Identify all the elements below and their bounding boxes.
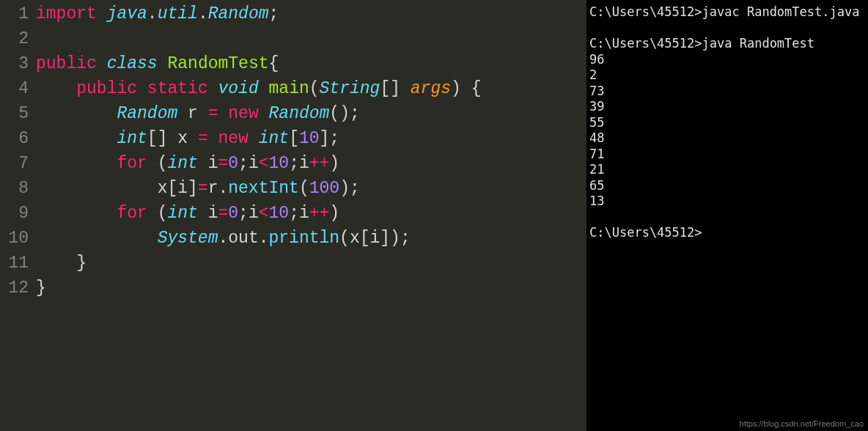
terminal-line: [589, 210, 865, 226]
code-token: =: [218, 204, 228, 223]
line-number: 7: [0, 151, 29, 176]
code-token: ++: [309, 154, 330, 173]
code-token: {: [269, 54, 279, 73]
code-token: [36, 129, 117, 148]
code-token: [208, 79, 218, 98]
code-line[interactable]: [36, 26, 481, 51]
code-token: [36, 154, 117, 173]
code-token: 10: [269, 154, 290, 173]
code-line[interactable]: }: [36, 276, 481, 301]
code-token: new: [218, 129, 248, 148]
terminal-output[interactable]: C:\Users\45512>javac RandomTest.java C:\…: [586, 0, 868, 431]
terminal-line: 71: [589, 147, 865, 163]
code-token: ];: [320, 129, 340, 148]
code-line[interactable]: int[] x = new int[10];: [36, 126, 481, 151]
code-token: <: [259, 154, 269, 173]
code-token: );: [339, 179, 360, 198]
code-token: [] x: [147, 129, 198, 148]
code-token: ;i: [238, 154, 259, 173]
code-token: }: [36, 279, 46, 298]
code-token: [137, 79, 147, 98]
code-token: int: [167, 154, 197, 173]
code-token: <: [259, 204, 269, 223]
code-token: =: [198, 129, 208, 148]
code-token: [: [289, 129, 299, 148]
code-token: 0: [228, 204, 238, 223]
code-token: ;i: [289, 204, 309, 223]
code-token: (: [309, 79, 320, 98]
line-number-gutter: 123456789101112: [0, 0, 36, 431]
terminal-line: 2: [589, 67, 865, 84]
code-token: Random: [269, 104, 330, 123]
code-token: ++: [309, 204, 330, 223]
code-token: new: [228, 104, 258, 123]
code-token: ) {: [451, 79, 481, 98]
code-token: r.: [208, 179, 229, 198]
code-line[interactable]: public static void main(String[] args) {: [36, 76, 481, 101]
code-token: int: [259, 129, 289, 148]
code-line[interactable]: for (int i=0;i<10;i++): [36, 151, 481, 176]
terminal-line: 21: [589, 162, 865, 178]
code-token: [36, 104, 117, 123]
code-token: Random: [117, 104, 177, 123]
code-token: [259, 104, 269, 123]
code-token: ();: [329, 104, 359, 123]
terminal-line: 65: [589, 178, 865, 194]
code-line[interactable]: public class RandomTest{: [36, 51, 481, 76]
terminal-line: 55: [589, 115, 865, 131]
code-token: [208, 129, 218, 148]
terminal-line: 73: [589, 84, 865, 100]
line-number: 4: [0, 76, 29, 101]
code-token: []: [380, 79, 410, 98]
code-token: args: [411, 79, 451, 98]
line-number: 2: [0, 26, 29, 51]
code-token: [36, 79, 76, 98]
code-token: i: [198, 154, 218, 173]
line-number: 8: [0, 176, 29, 201]
code-token: [249, 129, 259, 148]
code-token: [97, 54, 107, 73]
code-token: for: [117, 204, 147, 223]
line-number: 1: [0, 1, 29, 26]
terminal-line: C:\Users\45512>: [589, 225, 865, 241]
code-token: ;i: [289, 154, 309, 173]
code-token: .out.: [218, 229, 268, 248]
code-token: (: [147, 154, 168, 173]
line-number: 12: [0, 276, 29, 301]
code-token: [259, 79, 269, 98]
code-token: println: [268, 229, 339, 248]
code-line[interactable]: Random r = new Random();: [36, 101, 481, 126]
code-line[interactable]: for (int i=0;i<10;i++): [36, 201, 481, 226]
code-token: public: [36, 54, 97, 73]
line-number: 10: [0, 226, 29, 251]
code-token: =: [208, 104, 218, 123]
code-line[interactable]: System.out.println(x[i]);: [36, 226, 481, 251]
watermark-text: https://blog.csdn.net/Freedom_cao: [740, 419, 864, 428]
code-token: main: [269, 79, 309, 98]
code-token: int: [117, 129, 147, 148]
code-line[interactable]: import java.util.Random;: [36, 1, 481, 26]
code-token: ): [329, 204, 339, 223]
code-content[interactable]: import java.util.Random; public class Ra…: [36, 0, 481, 431]
line-number: 5: [0, 101, 29, 126]
code-token: 10: [299, 129, 320, 148]
code-token: (x[i]);: [339, 229, 411, 248]
code-token: import: [36, 4, 97, 23]
line-number: 6: [0, 126, 29, 151]
code-token: [158, 54, 168, 73]
code-line[interactable]: x[i]=r.nextInt(100);: [36, 176, 481, 201]
line-number: 11: [0, 251, 29, 276]
code-editor[interactable]: 123456789101112 import java.util.Random;…: [0, 0, 586, 431]
code-token: ;: [269, 4, 279, 23]
line-number: 9: [0, 201, 29, 226]
code-token: java: [107, 4, 147, 23]
code-line[interactable]: }: [36, 251, 481, 276]
code-token: System: [158, 229, 218, 248]
terminal-line: C:\Users\45512>javac RandomTest.java: [589, 4, 865, 21]
code-token: (: [299, 179, 309, 198]
code-token: static: [147, 79, 208, 98]
code-token: int: [167, 204, 197, 223]
code-token: =: [198, 179, 208, 198]
code-token: .: [147, 4, 158, 23]
code-token: }: [36, 254, 87, 273]
